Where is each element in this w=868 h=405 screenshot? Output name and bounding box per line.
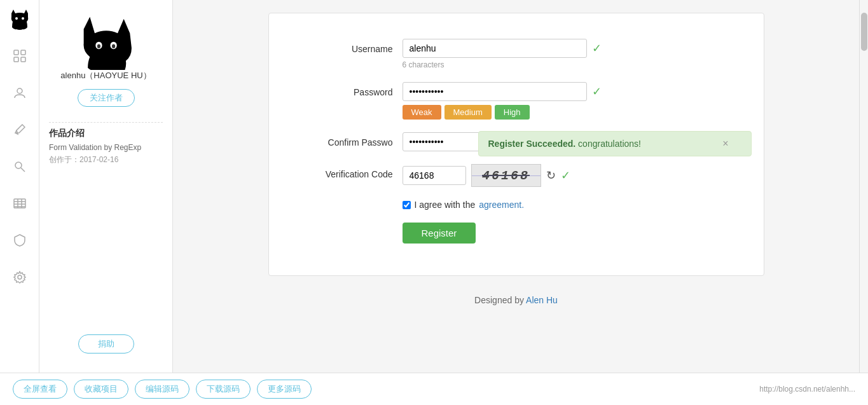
alert-text: Register Succeeded. congratulations! [488, 139, 641, 149]
fullscreen-button[interactable]: 全屏查看 [13, 380, 67, 399]
icon-bar [0, 0, 39, 373]
svg-line-8 [21, 168, 25, 172]
favorite-button[interactable]: 收藏项目 [74, 380, 128, 399]
svg-point-6 [17, 88, 22, 93]
svg-point-15 [18, 275, 22, 279]
designer-link[interactable]: Alen Hu [526, 295, 558, 305]
password-check-icon: ✓ [592, 85, 602, 99]
username-control: ✓ 6 characters [403, 39, 713, 69]
svg-rect-3 [21, 50, 25, 55]
svg-rect-5 [21, 57, 25, 62]
verification-row: Verification Code 46168 ↻ ✓ [320, 164, 713, 187]
captcha-wrap: 46168 ↻ ✓ [403, 164, 713, 187]
username-input[interactable] [403, 39, 587, 58]
username-input-row: ✓ [403, 39, 713, 58]
agreement-checkbox[interactable] [403, 201, 411, 209]
captcha-image: 46168 [471, 164, 541, 187]
sidebar: alenhu（HAOYUE HU） 关注作者 作品介绍 Form Validat… [39, 0, 173, 373]
alert-close-button[interactable]: × [722, 138, 728, 149]
cat-icon[interactable] [7, 6, 32, 32]
strength-buttons: Weak Medium High [403, 105, 713, 120]
scrollbar-thumb[interactable] [861, 13, 867, 51]
more-source-button[interactable]: 更多源码 [257, 380, 312, 399]
password-input[interactable] [403, 82, 587, 101]
confirm-password-label: Confirm Passwo [320, 132, 403, 148]
author-name: alenhu（HAOYUE HU） [60, 70, 151, 81]
weak-button: Weak [403, 105, 441, 120]
follow-button[interactable]: 关注作者 [78, 89, 135, 107]
svg-point-7 [15, 162, 22, 168]
agreement-row: I agree with the agreement. [403, 200, 713, 210]
password-row: Password ✓ Weak Medium High [320, 82, 713, 120]
pencil-icon[interactable] [7, 117, 32, 142]
success-alert: Register Succeeded. congratulations! × [478, 131, 752, 156]
designed-by-text: Designed by [474, 295, 524, 305]
table-icon[interactable] [7, 191, 32, 216]
grid-icon[interactable] [7, 43, 32, 69]
bottom-toolbar: 全屏查看 收藏项目 编辑源码 下载源码 更多源码 http://blog.csd… [0, 373, 868, 405]
username-label: Username [320, 39, 403, 54]
username-check-icon: ✓ [592, 41, 602, 55]
donate-button[interactable]: 捐助 [78, 334, 134, 354]
section-desc: Form Validation by RegExp [49, 143, 141, 152]
svg-point-19 [112, 45, 115, 48]
verification-control: 46168 ↻ ✓ [403, 164, 713, 187]
medium-button: Medium [444, 105, 492, 120]
refresh-captcha-button[interactable]: ↻ [546, 168, 556, 182]
gear-icon[interactable] [7, 264, 32, 290]
password-control: ✓ Weak Medium High [403, 82, 713, 120]
username-row: Username ✓ 6 characters [320, 39, 713, 69]
designer-credit: Designed by Alen Hu [474, 295, 558, 305]
alert-normal: congratulations! [575, 139, 641, 149]
svg-rect-4 [14, 57, 18, 62]
scrollbar [859, 0, 868, 373]
username-hint: 6 characters [403, 60, 713, 69]
section-title: 作品介绍 [49, 128, 85, 139]
verification-label: Verification Code [320, 164, 403, 179]
password-label: Password [320, 82, 403, 97]
url-hint: http://blog.csdn.net/alenhh... [759, 385, 855, 394]
svg-rect-2 [14, 50, 18, 55]
user-icon[interactable] [7, 80, 32, 106]
captcha-check-icon: ✓ [561, 168, 570, 182]
agreement-text: I agree with the [415, 200, 476, 210]
agreement-link[interactable]: agreement. [479, 200, 524, 210]
svg-point-18 [97, 45, 100, 48]
section-date: 创作于：2017-02-16 [49, 154, 118, 165]
edit-source-button[interactable]: 编辑源码 [135, 380, 189, 399]
download-source-button[interactable]: 下载源码 [196, 380, 251, 399]
search-icon[interactable] [7, 154, 32, 179]
cat-logo [81, 13, 132, 70]
register-button[interactable]: Register [403, 223, 476, 244]
divider [49, 122, 163, 123]
register-btn-wrap: Register [403, 223, 713, 244]
svg-point-0 [15, 17, 18, 20]
alert-strong: Register Succeeded. [488, 139, 576, 149]
svg-point-1 [22, 17, 24, 20]
high-button: High [495, 105, 530, 120]
form-card: Username ✓ 6 characters Password ✓ [268, 13, 764, 276]
shield-icon[interactable] [7, 228, 32, 253]
password-input-row: ✓ [403, 82, 713, 101]
main-content: Username ✓ 6 characters Password ✓ [173, 0, 859, 373]
captcha-input[interactable] [403, 166, 466, 185]
